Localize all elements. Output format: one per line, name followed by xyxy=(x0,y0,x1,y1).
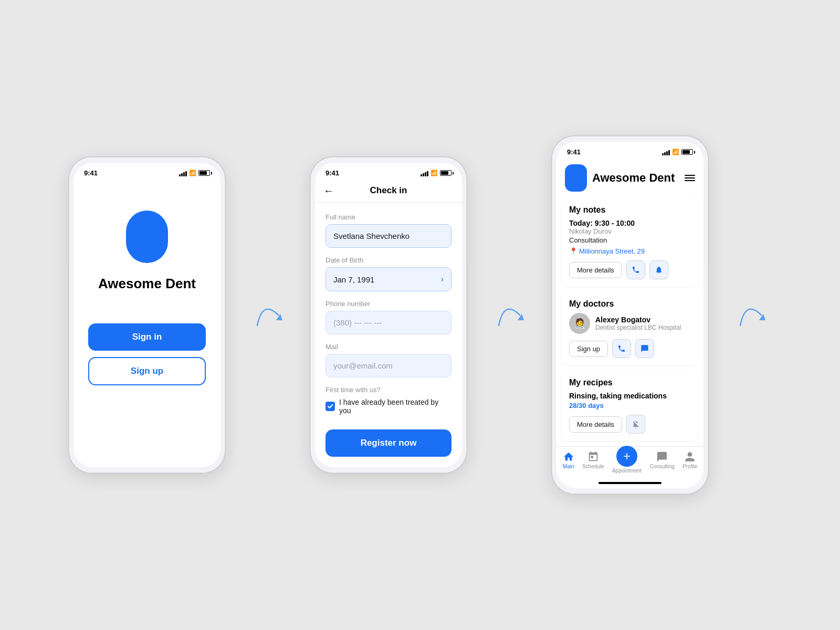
status-bar-3: 9:41 📶 xyxy=(556,142,704,158)
nav-schedule-label: Schedule xyxy=(582,464,604,469)
screen-dashboard: 9:41 📶 xyxy=(556,142,704,488)
wifi-icon-3: 📶 xyxy=(672,149,679,155)
screen-checkin: 9:41 📶 ← xyxy=(315,163,462,467)
signup-doctor-button[interactable]: Sign up xyxy=(569,341,608,357)
more-details-recipe-button[interactable]: More details xyxy=(569,416,622,433)
back-button[interactable]: ← xyxy=(323,185,334,197)
mail-label: Mail xyxy=(326,343,452,351)
home-indicator xyxy=(598,482,662,484)
nav-profile-label: Profile xyxy=(682,464,697,469)
recipes-title: My recipes xyxy=(569,378,691,387)
bell-button-notes[interactable] xyxy=(649,260,668,279)
status-bar-1: 9:41 📶 xyxy=(74,163,220,179)
time-3: 9:41 xyxy=(567,148,581,156)
phone-3: 9:41 📶 xyxy=(551,135,709,495)
time-2: 9:41 xyxy=(326,169,339,177)
wifi-icon: 📶 xyxy=(189,170,196,176)
checkin-title: Check in xyxy=(370,185,407,196)
call-button-doctor[interactable] xyxy=(612,339,631,358)
recipes-section: My recipes Rinsing, taking medications 2… xyxy=(562,371,698,441)
signin-button[interactable]: Sign in xyxy=(88,323,206,351)
dob-label: Date of Birth xyxy=(326,256,452,264)
checkbox-row[interactable]: I have already been treated by you xyxy=(326,398,452,415)
battery-icon-2 xyxy=(440,170,452,176)
signal-icon-3 xyxy=(662,149,670,155)
first-time-section: First time with us? I have already been … xyxy=(326,386,452,415)
nav-schedule[interactable]: Schedule xyxy=(582,451,604,474)
arrow-1 xyxy=(252,294,284,336)
app-title-screen1: Awesome Dent xyxy=(98,276,196,292)
phone-2: 9:41 📶 ← xyxy=(310,156,467,474)
dob-input[interactable]: Jan 7, 1991 › xyxy=(326,267,452,291)
add-appointment-button[interactable] xyxy=(616,446,637,467)
doctors-title: My doctors xyxy=(569,299,691,309)
signal-icon xyxy=(179,170,187,176)
notes-doctor: Nikolay Durov xyxy=(569,227,691,235)
fullname-input[interactable]: Svetlana Shevchenko xyxy=(326,224,452,248)
signal-icon-2 xyxy=(421,170,428,176)
notes-location: 📍 Millionnaya Street, 29 xyxy=(569,247,691,255)
status-icons-1: 📶 xyxy=(179,170,210,176)
recipe-name: Rinsing, taking medications xyxy=(569,392,691,400)
checkbox-label: I have already been treated by you xyxy=(339,398,452,415)
doctors-section: My doctors 🧑‍⚕️ Alexey Bogatov Dentist s… xyxy=(562,292,698,365)
doctor-avatar: 🧑‍⚕️ xyxy=(569,313,590,334)
phone-1: 9:41 📶 xyxy=(68,156,226,474)
welcome-content: Awesome Dent Sign in Sign up xyxy=(74,179,220,452)
nav-main-label: Main xyxy=(563,464,574,469)
message-button-doctor[interactable] xyxy=(635,339,654,358)
doctor-info: Alexey Bogatov Dentist specialist LBC Ho… xyxy=(595,316,691,331)
app-title-dash: Awesome Dent xyxy=(592,171,679,185)
app-logo-dash xyxy=(565,164,587,192)
notes-type: Consultation xyxy=(569,236,691,244)
nav-consulting-label: Consulting xyxy=(649,464,674,469)
app-logo xyxy=(126,211,168,263)
battery-icon xyxy=(198,170,210,176)
nav-appointment-label: Appointment xyxy=(612,468,642,474)
phone-label: Phone number xyxy=(326,300,452,308)
notes-section: My notes Today: 9:30 - 10:00 Nikolay Dur… xyxy=(562,198,698,287)
nav-appointment[interactable]: Appointment xyxy=(612,451,642,474)
notes-time: Today: 9:30 - 10:00 xyxy=(569,219,691,227)
arrow-2 xyxy=(494,294,525,336)
recipe-days: 28/30 days xyxy=(569,402,691,410)
notes-actions: More details xyxy=(569,260,691,279)
register-button[interactable]: Register now xyxy=(326,429,452,457)
wifi-icon-2: 📶 xyxy=(430,170,438,176)
first-time-label: First time with us? xyxy=(326,386,452,394)
svg-marker-0 xyxy=(276,314,282,320)
location-pin-icon: 📍 xyxy=(569,247,578,255)
phone-input[interactable]: (380) --- --- --- xyxy=(326,311,452,334)
bell-off-button-recipe[interactable] xyxy=(626,415,645,434)
recipe-actions: More details xyxy=(569,415,691,434)
status-icons-2: 📶 xyxy=(421,170,452,176)
battery-icon-3 xyxy=(681,149,693,155)
call-button-notes[interactable] xyxy=(626,260,645,279)
nav-consulting[interactable]: Consulting xyxy=(649,451,674,474)
notes-title: My notes xyxy=(569,205,691,215)
signup-button[interactable]: Sign up xyxy=(88,357,206,385)
arrow-3 xyxy=(735,294,766,336)
doctor-actions: Sign up xyxy=(569,339,691,358)
screen-welcome: 9:41 📶 xyxy=(74,163,220,467)
status-bar-2: 9:41 📶 xyxy=(315,163,462,179)
nav-profile[interactable]: Profile xyxy=(682,451,697,474)
checkin-header: ← Check in xyxy=(315,179,462,203)
doctor-name: Alexey Bogatov xyxy=(595,316,691,324)
menu-button[interactable] xyxy=(685,175,695,181)
email-input[interactable]: your@email.com xyxy=(326,354,452,377)
status-icons-3: 📶 xyxy=(662,149,693,155)
fullname-label: Full name xyxy=(326,213,452,221)
time-1: 9:41 xyxy=(84,169,98,177)
checkin-body: Full name Svetlana Shevchenko Date of Bi… xyxy=(315,203,462,467)
dashboard-header: Awesome Dent xyxy=(556,158,704,198)
bottom-nav: Main Schedule Appo xyxy=(556,446,704,479)
more-details-notes-button[interactable]: More details xyxy=(569,262,622,278)
svg-marker-1 xyxy=(518,314,524,320)
nav-main[interactable]: Main xyxy=(563,451,574,474)
doctor-spec: Dentist specialist LBC Hospital xyxy=(595,324,691,331)
chevron-right-icon: › xyxy=(441,275,444,284)
checkbox-treated[interactable] xyxy=(326,402,335,411)
doctor-row: 🧑‍⚕️ Alexey Bogatov Dentist specialist L… xyxy=(569,313,691,334)
svg-marker-2 xyxy=(759,314,765,320)
